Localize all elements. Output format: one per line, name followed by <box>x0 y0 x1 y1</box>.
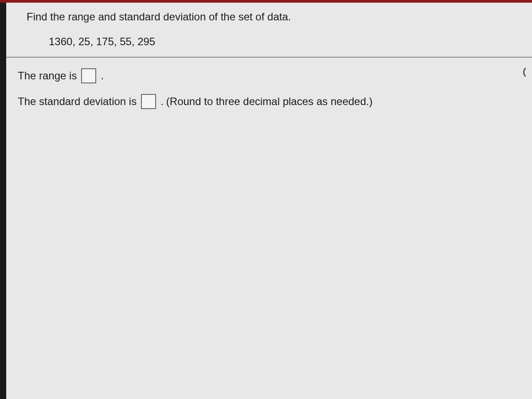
rounding-hint: (Round to three decimal places as needed… <box>166 95 373 108</box>
stddev-period: . <box>160 95 164 108</box>
range-answer-line: The range is . <box>18 68 514 83</box>
question-content: Find the range and standard deviation of… <box>0 3 532 109</box>
question-prompt: Find the range and standard deviation of… <box>27 11 514 23</box>
range-period: . <box>101 70 104 82</box>
left-edge-bar <box>0 3 6 399</box>
section-divider <box>0 57 532 58</box>
stddev-label: The standard deviation is <box>18 95 137 108</box>
range-label: The range is <box>18 70 77 82</box>
stddev-input[interactable] <box>141 94 156 109</box>
data-values: 1360, 25, 175, 55, 295 <box>49 35 514 48</box>
stddev-answer-line: The standard deviation is . (Round to th… <box>18 94 514 109</box>
range-input[interactable] <box>81 68 96 83</box>
